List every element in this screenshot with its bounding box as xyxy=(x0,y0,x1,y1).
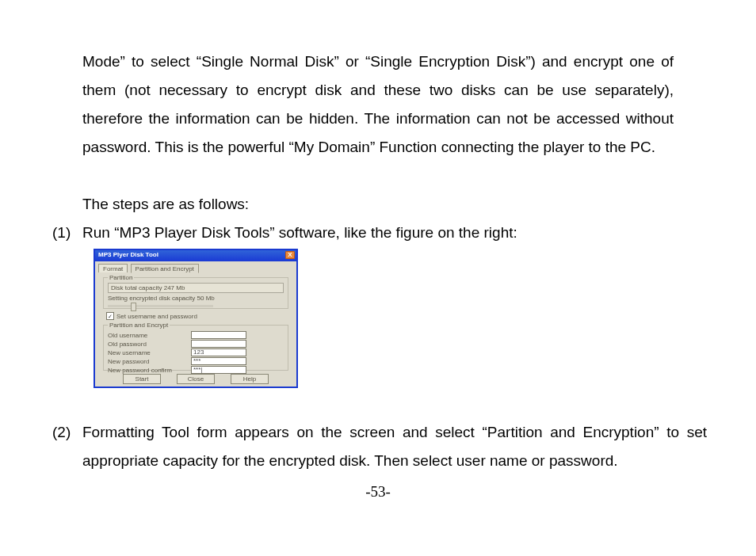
input-new-password[interactable]: *** xyxy=(191,357,246,365)
capacity-slider[interactable] xyxy=(108,305,213,307)
ordered-item-1-number: (1) xyxy=(44,219,82,247)
input-new-username[interactable]: 123 xyxy=(191,348,246,356)
label-new-username: New username xyxy=(108,349,191,356)
dialog-title: MP3 Plyer Disk Tool xyxy=(98,251,158,258)
close-icon[interactable]: X xyxy=(285,251,295,259)
dialog-button-bar: Start Close Help xyxy=(95,374,296,384)
ordered-item-2-number: (2) xyxy=(44,418,82,447)
slider-thumb-icon[interactable] xyxy=(131,303,136,311)
ordered-item-2-text: Formatting Tool form appears on the scre… xyxy=(82,418,707,475)
dialog-panel: Partition Disk total capacity 247 Mb Set… xyxy=(99,272,292,373)
document-page: Mode” to select “Single Normal Disk” or … xyxy=(0,0,756,556)
input-new-password-confirm[interactable]: ***| xyxy=(191,366,246,374)
help-button[interactable]: Help xyxy=(231,374,269,384)
paragraph-steps-intro: The steps are as follows: xyxy=(82,190,674,219)
ordered-item-2: (2) Formatting Tool form appears on the … xyxy=(44,418,707,475)
input-old-username[interactable] xyxy=(191,331,246,339)
fieldset-pe-legend: Partition and Encrypt xyxy=(108,322,170,329)
input-old-password[interactable] xyxy=(191,340,246,348)
paragraph-main: Mode” to select “Single Normal Disk” or … xyxy=(82,48,674,162)
tab-strip: Format Partition and Encrypt xyxy=(95,261,296,272)
fieldset-partition-legend: Partition xyxy=(108,274,134,281)
dialog-titlebar: MP3 Plyer Disk Tool X xyxy=(95,250,296,261)
set-credentials-label: Set username and password xyxy=(116,313,197,320)
dialog-screenshot: MP3 Plyer Disk Tool X Format Partition a… xyxy=(94,249,298,388)
ordered-item-1: (1) Run “MP3 Player Disk Tools” software… xyxy=(44,219,674,247)
label-new-password: New password xyxy=(108,358,191,365)
ordered-item-1-text: Run “MP3 Player Disk Tools” software, li… xyxy=(82,219,674,247)
setting-encrypted-capacity: Setting encrypted disk capacity 50 Mb xyxy=(108,295,284,302)
disk-total-capacity: Disk total capacity 247 Mb xyxy=(108,283,284,293)
label-old-username: Old username xyxy=(108,332,191,339)
page-number: -53- xyxy=(0,483,756,501)
start-button[interactable]: Start xyxy=(123,374,161,384)
set-credentials-checkbox[interactable]: ✓ xyxy=(106,312,114,320)
close-button[interactable]: Close xyxy=(177,374,215,384)
tab-format[interactable]: Format xyxy=(98,264,128,272)
fieldset-partition-encrypt: Partition and Encrypt Old username Old p… xyxy=(103,322,288,371)
label-old-password: Old password xyxy=(108,341,191,348)
set-credentials-row: ✓ Set username and password xyxy=(106,312,197,320)
label-new-password-confirm: New password confirm xyxy=(108,367,191,374)
fieldset-partition: Partition Disk total capacity 247 Mb Set… xyxy=(103,274,288,309)
